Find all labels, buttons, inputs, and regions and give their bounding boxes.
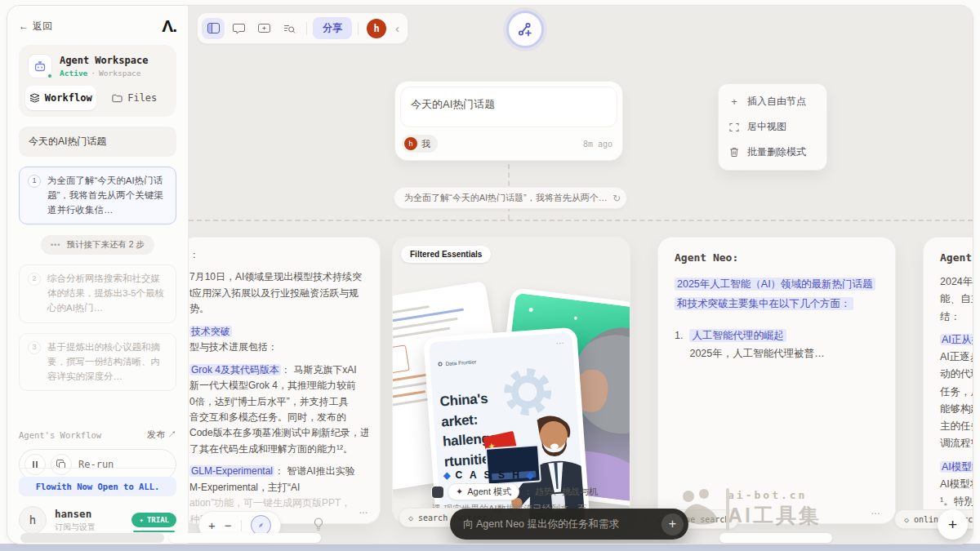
search-notes-button[interactable] <box>278 18 301 39</box>
gem-icon: ◆ <box>527 470 533 481</box>
workspace-title: Agent Workspace <box>60 55 148 66</box>
workspace-card: Agent Workspace Active · Workspace Wo <box>19 45 176 117</box>
root-node-text: 今天的AI热门话题 <box>400 87 617 127</box>
cassh-brand: ◆ C A S S H ◆ <box>443 469 533 481</box>
back-button[interactable]: ← 返回 <box>19 20 52 33</box>
steps-remaining-pill: ••• 预计接下来还有 2 步 <box>41 235 154 255</box>
trial-badge[interactable]: ✦ TRIAL <box>131 513 176 527</box>
step-number: 2 <box>28 273 41 286</box>
canvas-toolbar: 分享 h ‹ <box>197 12 408 44</box>
card-line: 能够构建 <box>940 401 973 418</box>
scrollbar-segment[interactable] <box>719 533 832 543</box>
user-subtitle: 订阅与设置 <box>55 522 96 533</box>
workspace-type: Workspace <box>99 69 140 78</box>
scrollbar-segment[interactable] <box>169 533 321 543</box>
tab-files[interactable]: Files <box>100 86 171 110</box>
collapse-toolbar-chevron[interactable]: ‹ <box>391 21 403 35</box>
more-menu-icon[interactable]: … <box>359 503 370 518</box>
app-window: ← 返回 Λ. Agent Workspace Active <box>7 5 973 544</box>
brand-dot-icon <box>438 362 442 366</box>
author-label: 我 <box>421 138 430 150</box>
user-avatar[interactable]: h <box>19 506 47 534</box>
zoom-in-button[interactable]: + <box>208 519 216 531</box>
sidebar: ← 返回 Λ. Agent Workspace Active <box>7 6 189 544</box>
card-line: 主的任务 <box>940 418 973 435</box>
plan-summary-text: 为全面了解“今天的AI热门话题”，我将首先从两个关… <box>404 192 608 204</box>
watermark-name: AI工具集 <box>728 502 822 529</box>
card-line: ¹。特别是 <box>940 493 973 510</box>
card-line: 任务，从 <box>940 384 973 401</box>
card-line: 调流程¹。 <box>940 435 973 452</box>
news-result-card[interactable]: ： 7月10日，AI领域呈现出模型技术持续突 t应用深入拓展以及行业投融资活跃与… <box>189 237 381 524</box>
watermark-site: ai-bot.cn <box>728 489 807 501</box>
lightbulb-icon[interactable] <box>313 518 324 531</box>
agent-neo-card[interactable]: Agent Neo: 2025年人工智能（AI）领域的最新热门话题和技术突破主要… <box>657 237 896 524</box>
steps-remaining-text: 预计接下来还有 2 步 <box>66 239 145 251</box>
zoom-out-button[interactable]: − <box>225 519 232 531</box>
center-view-icon <box>728 122 740 132</box>
diamond-icon: ◇ <box>904 515 909 524</box>
scrollbar-segment[interactable] <box>20 533 164 543</box>
card-line: AI正从执 <box>940 331 973 349</box>
share-button[interactable]: 分享 <box>313 17 352 39</box>
card-line: 能、自主 <box>940 291 973 308</box>
step-item-2[interactable]: 2 综合分析网络搜索和社交媒体的结果，提炼出3-5个最核心的AI热门… <box>19 264 176 322</box>
toolbar-avatar[interactable]: h <box>367 19 386 38</box>
filtered-essentials-badge: Filtered Essentials <box>401 246 491 263</box>
publish-arrow-icon: ↗ <box>167 429 176 439</box>
agent-list-item: 1. 人工智能代理的崛起 2025年，人工智能代理被普… <box>675 327 879 363</box>
more-menu-icon[interactable]: … <box>871 505 882 517</box>
vertical-scrollbar[interactable] <box>726 488 729 531</box>
add-node-fab[interactable]: + <box>938 509 968 540</box>
canvas-context-menu: + 插入自由节点 居中视图 批量删除模式 <box>718 83 827 171</box>
agent-mode-chip[interactable]: ✦ Agent 模式 <box>448 483 519 500</box>
refresh-icon[interactable]: ↻ <box>612 193 621 204</box>
tab-files-label: Files <box>127 92 157 104</box>
author-chip: h 我 <box>402 135 438 153</box>
menu-item-insert-node[interactable]: + 插入自由节点 <box>723 89 822 114</box>
trash-icon <box>728 147 740 158</box>
dots-icon: ••• <box>51 241 60 249</box>
list-number: 1. <box>675 327 683 363</box>
menu-item-batch-delete[interactable]: 批量删除模式 <box>723 140 822 165</box>
timestamp: 8m ago <box>583 140 612 149</box>
send-plus-button[interactable]: + <box>662 513 684 535</box>
trial-badge-label: TRIAL <box>147 516 169 524</box>
sidebar-panel-icon <box>207 23 220 33</box>
sparkle-icon: ✦ <box>139 516 143 524</box>
open-to-all-banner[interactable]: Flowith Now Open to ALL. <box>19 477 176 496</box>
status-dot <box>47 73 53 79</box>
user-row[interactable]: h hansen 订阅与设置 ✦ TRIAL <box>19 506 176 534</box>
add-card-button[interactable] <box>252 18 275 39</box>
agent-heading: Agent Neo: <box>940 251 973 264</box>
comments-button[interactable] <box>227 18 250 39</box>
step-item-3[interactable]: 3 基于提炼出的核心议题和摘要，撰写一份结构清晰、内容详实的深度分… <box>19 333 176 391</box>
toggle-sidebar-button[interactable] <box>202 18 225 39</box>
task-input-bar[interactable]: 向 Agent Neo 提出你的任务和需求 + <box>450 509 688 540</box>
tweet-text: ： 趋势、挑战与机 <box>523 486 598 498</box>
step-item-1[interactable]: 1 为全面了解“今天的AI热门话题”，我将首先从两个关键渠道并行收集信… <box>19 167 176 224</box>
menu-item-center-view[interactable]: 居中视图 <box>723 114 822 140</box>
dashed-divider-horizontal <box>189 220 973 221</box>
plan-summary-pill[interactable]: 为全面了解“今天的AI热门话题”，我将首先从两个关… ↻ <box>394 187 627 209</box>
comment-icon <box>233 23 245 34</box>
agent-neo-card-2[interactable]: Agent Neo: 2024年至 能、自主 结： AI正从执 AI正逐步 动的… <box>923 237 973 524</box>
add-node-button[interactable] <box>506 11 544 48</box>
agent-mode-row: ✦ Agent 模式 ： 趋势、挑战与机 <box>432 483 598 500</box>
list-item-title: 人工智能代理的崛起 <box>689 329 786 342</box>
author-avatar: h <box>404 137 417 150</box>
tweet-avatar <box>432 487 443 498</box>
gem-icon: ◆ <box>443 470 450 481</box>
topic-box[interactable]: 今天的AI热门话题 <box>19 127 176 157</box>
back-label: 返回 <box>33 20 52 33</box>
root-node-card[interactable]: 今天的AI热门话题 h 我 8m ago <box>394 81 623 161</box>
step-text: 为全面了解“今天的AI热门话题”，我将首先从两个关键渠道并行收集信… <box>47 174 167 217</box>
tab-workflow[interactable]: Workflow <box>25 86 96 110</box>
list-item-body: 2025年，人工智能代理被普… <box>689 344 824 363</box>
workflow-canvas[interactable]: 分享 h ‹ 今天的AI热门话题 h 我 8m ago <box>189 6 973 544</box>
card-line: AI模型能 <box>940 459 973 476</box>
workspace-status: Active <box>60 69 87 78</box>
gallery-result-card[interactable]: Filtered Essentials … <box>392 237 630 524</box>
publish-link[interactable]: 发布 ↗ <box>147 429 176 441</box>
step-text: 基于提炼出的核心议题和摘要，撰写一份结构清晰、内容详实的深度分… <box>47 340 167 384</box>
